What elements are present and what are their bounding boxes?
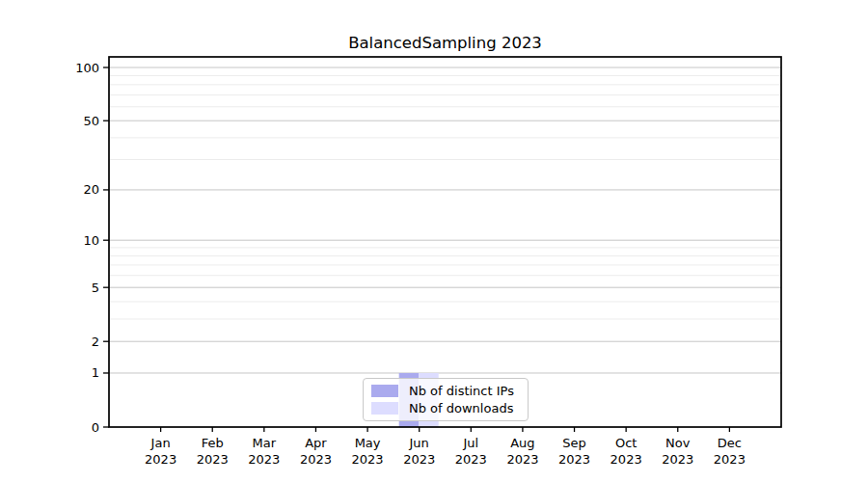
- x-tick-label: Apr2023: [300, 436, 332, 467]
- x-tick-label: Jun2023: [403, 436, 435, 467]
- x-tick-label: Dec2023: [714, 436, 746, 467]
- legend-swatch-distinct-ips: [371, 385, 398, 397]
- legend-label-distinct-ips: Nb of distinct IPs: [409, 384, 514, 398]
- legend-item-distinct-ips: Nb of distinct IPs: [371, 384, 520, 398]
- x-tick-label: Jan2023: [145, 436, 176, 467]
- y-tick-label: 100: [75, 61, 99, 75]
- legend: Nb of distinct IPs Nb of downloads: [363, 378, 529, 421]
- y-tick-label: 0: [92, 420, 99, 435]
- y-tick-label: 2: [92, 335, 99, 349]
- x-tick-label: Nov2023: [662, 436, 693, 467]
- chart-figure: BalancedSampling 2023 Jan2023Feb2023Mar2…: [0, 0, 868, 482]
- y-tick-label: 10: [83, 233, 99, 248]
- x-tick-label: Sep2023: [558, 436, 590, 467]
- y-tick-label: 5: [92, 281, 99, 295]
- x-tick-label: May2023: [352, 436, 384, 467]
- y-tick-label: 50: [83, 114, 99, 128]
- legend-label-downloads: Nb of downloads: [409, 401, 513, 415]
- legend-swatch-downloads: [371, 402, 398, 415]
- x-tick-label: Aug2023: [506, 436, 538, 467]
- x-tick-label: Oct2023: [610, 436, 642, 467]
- x-tick-label: Mar2023: [248, 436, 280, 467]
- x-tick-label: Jul2023: [455, 436, 487, 467]
- y-tick-label: 1: [92, 365, 99, 380]
- y-tick-label: 20: [83, 182, 99, 197]
- axis-spines: [109, 57, 781, 427]
- x-tick-label: Feb2023: [197, 436, 229, 467]
- legend-item-downloads: Nb of downloads: [371, 401, 520, 415]
